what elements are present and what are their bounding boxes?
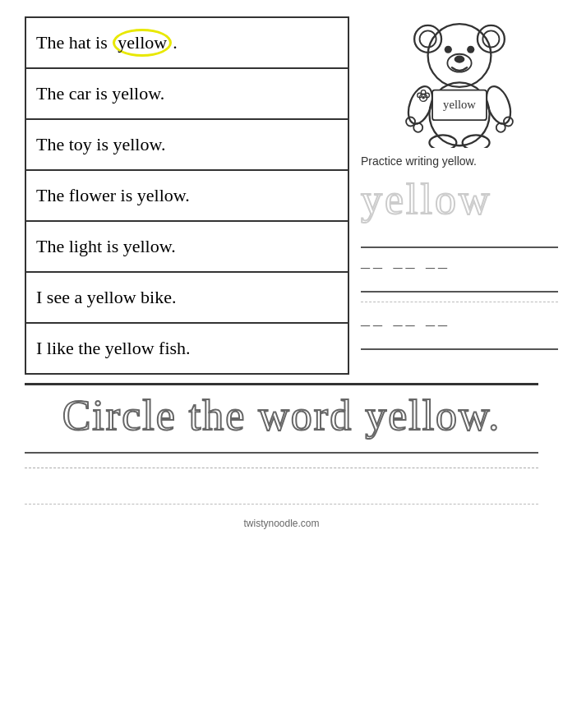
footer-text: twistynoodle.com [243,518,319,529]
writing-line-2[interactable] [361,274,558,293]
practice-label: Practice writing yellow. [361,154,558,168]
svg-text:yellow: yellow [443,98,476,111]
table-row: I see a yellow bike. [25,272,348,323]
blank-1: __ __ __ [361,250,450,271]
svg-point-15 [496,123,505,132]
table-row: The car is yellow. [25,68,348,119]
blank-row-2: __ __ __ [361,307,558,330]
svg-point-5 [445,46,452,53]
table-row: The toy is yellow. [25,119,348,170]
sentence-6: I see a yellow bike. [25,272,348,323]
bear-illustration: yellow [394,16,525,148]
trace-word-container: yellow [361,171,558,227]
trace-word: yellow [361,175,492,223]
bottom-dashed-2 [25,496,538,505]
table-row: I like the yellow fish. [25,323,348,374]
svg-point-24 [422,96,425,99]
bottom-dashed-1 [25,460,538,468]
sentence-7: I like the yellow fish. [25,323,348,374]
spacer [25,475,538,490]
page-title: Circle the word yellow. [62,392,501,439]
blank-2: __ __ __ [361,307,450,329]
sentence-1: The hat is yellow. [25,17,348,68]
practice-section: Practice writing yellow. yellow __ __ __… [361,148,558,352]
writing-line-3[interactable] [361,332,558,350]
svg-point-8 [455,56,465,63]
svg-point-13 [413,123,422,132]
dashed-line-1 [361,294,558,302]
table-row: The hat is yellow. [25,17,348,68]
writing-line-1[interactable] [361,230,558,248]
sentence-4: The flower is yellow. [25,170,348,221]
svg-point-6 [467,46,474,53]
sentence-2: The car is yellow. [25,68,348,119]
left-section: The hat is yellow. The car is yellow. Th… [25,16,349,375]
title-container: Circle the word yellow. [25,392,538,439]
bottom-title-area: Circle the word yellow. [25,383,538,505]
sentences-table: The hat is yellow. The car is yellow. Th… [25,16,349,375]
blank-row-1: __ __ __ [361,250,558,273]
bottom-line-1[interactable] [25,445,538,454]
table-row: The light is yellow. [25,221,348,272]
circled-word: yellow [113,29,172,57]
bear-section: yellow [361,16,558,148]
svg-point-1 [420,30,436,47]
bottom-writing-lines [25,445,538,505]
table-row: The flower is yellow. [25,170,348,221]
right-side: yellow Practice writing yellow. yellow [349,16,558,375]
footer: twistynoodle.com [25,518,538,536]
main-content: The hat is yellow. The car is yellow. Th… [25,16,538,375]
sentence-5: The light is yellow. [25,221,348,272]
sentence-3: The toy is yellow. [25,119,348,170]
page-wrapper: The hat is yellow. The car is yellow. Th… [0,0,563,544]
svg-point-3 [482,30,499,47]
